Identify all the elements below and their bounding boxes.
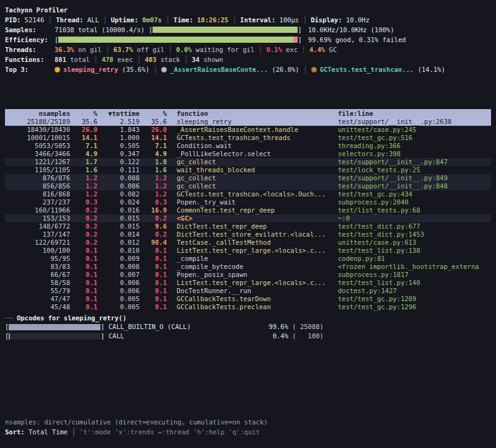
function-cell: DictTest.test_store_evilattr.<local...	[167, 231, 333, 239]
table-row[interactable]: 1221/12671.70.1221.8gc_collecttest/suppo…	[5, 158, 491, 166]
table-row[interactable]: 10001/1001514.11.00014.1GCTests.test_tra…	[5, 134, 491, 142]
nsamples-cell: 83/83	[5, 263, 70, 271]
function-cell: _compile	[167, 255, 333, 263]
top-function-name[interactable]: GCTests.test_trashcan...	[320, 66, 414, 73]
samples-bar	[153, 27, 298, 33]
header-file-line[interactable]: file:line	[333, 109, 491, 118]
nsamples-cell: 47/47	[5, 295, 70, 303]
header-pct-cumulative[interactable]: %	[140, 109, 167, 118]
header-function[interactable]: function	[167, 109, 333, 118]
opcode-bar	[9, 333, 100, 340]
stat-value: 10.0Hz	[346, 16, 370, 24]
opcode-pct: 0.4%	[257, 332, 288, 341]
opcode-bar-fill	[9, 333, 9, 340]
table-row[interactable]: 58/580.10.0060.1ListTest.test_repr_large…	[5, 279, 491, 287]
table-row[interactable]: 876/8761.20.0881.2gc_collecttest/support…	[5, 174, 491, 182]
table-row[interactable]: 816/8681.20.0821.2GCTests.test_trashcan.…	[5, 190, 491, 198]
table-row[interactable]: 153/1530.20.0150.2<GC>~:0	[5, 214, 491, 222]
tottime-cell: 0.006	[97, 287, 140, 295]
tottime-cell: 0.008	[97, 263, 140, 271]
tottime-cell: 0.088	[97, 174, 140, 182]
tottime-cell: 1.000	[97, 134, 140, 142]
samples-label: Samples:	[5, 25, 55, 35]
function-cell: ListTest.test_repr_large.<locals>.c...	[167, 247, 333, 255]
table-row[interactable]: 45/480.10.0050.1GCCallbackTests.preclean…	[5, 303, 491, 311]
pct-cumulative-cell: 0.2	[140, 231, 167, 239]
samples-rate-text: 10.0KHz/10.0KHz (100%)	[308, 26, 394, 33]
table-row[interactable]: 18430/1843026.01.84326.0_AssertRaisesBas…	[5, 126, 491, 134]
tottime-cell: 2.519	[97, 118, 140, 126]
pct-direct-cell: 1.7	[70, 158, 97, 166]
pct-cumulative-cell: 0.1	[140, 255, 167, 263]
function-cell: ListTest.test_repr_large.<locals>.c...	[167, 279, 333, 287]
table-row[interactable]: 100/1000.10.0100.1ListTest.test_repr_lar…	[5, 247, 491, 255]
header-nsamples[interactable]: nsamples	[5, 109, 70, 118]
opcode-name: CALL	[108, 332, 257, 341]
thread-state-name: waiting for gil	[192, 46, 254, 53]
tottime-cell: 0.012	[97, 239, 140, 247]
opcode-row: [] CALL_BUILTIN_O (CALL)99.6% ( 25088)	[5, 322, 491, 332]
table-row[interactable]: 66/670.10.0070.1Popen._posix_spawnsubpro…	[5, 271, 491, 279]
file-line-cell: threading.py:366	[333, 142, 491, 150]
function-cell: gc_collect	[167, 158, 333, 166]
function-count-name: stack	[156, 56, 180, 63]
thread-state-name: off gil	[133, 46, 164, 53]
threads-line: Threads:36.3% on gil │ 63.7% off gil │ 0…	[5, 45, 491, 55]
thread-state-pct: 0.1%	[266, 46, 281, 53]
stat-label: Uptime:	[111, 16, 143, 24]
pct-cumulative-cell: 0.3	[140, 198, 167, 206]
pct-direct-cell: 0.1	[70, 271, 97, 279]
pct-direct-cell: 0.1	[70, 255, 97, 263]
table-row[interactable]: 237/2370.30.0240.3Popen._try_waitsubproc…	[5, 198, 491, 206]
table-row[interactable]: 25188/2518935.62.51935.6sleeping_retryte…	[5, 118, 491, 126]
samples-line: Samples:71038 total (10000.4/s)[]10.0KHz…	[5, 25, 491, 35]
opcode-bar	[9, 324, 100, 330]
table-row[interactable]: 95/950.10.0090.1_compilecodeop.py:81	[5, 255, 491, 263]
file-line-cell: subprocess.py:1817	[333, 271, 491, 279]
top-function-name[interactable]: sleeping_retry	[63, 66, 118, 73]
nsamples-cell: 10001/10015	[5, 134, 70, 142]
file-line-cell: test/support/__init__.py:849	[333, 174, 491, 182]
pct-direct-cell: 0.2	[70, 222, 97, 231]
table-row[interactable]: 3466/34664.90.3474.9_PollLikeSelector.se…	[5, 150, 491, 158]
separator: │	[99, 16, 111, 24]
table-row[interactable]: 83/830.10.0080.1_compile_bytecode<frozen…	[5, 263, 491, 271]
table-row[interactable]: 5053/50537.10.5057.1Condition.waitthread…	[5, 142, 491, 150]
pct-direct-cell: 0.2	[70, 239, 97, 247]
nsamples-cell: 95/95	[5, 255, 70, 263]
nsamples-cell: 816/868	[5, 190, 70, 198]
opcode-rows: [] CALL_BUILTIN_O (CALL)99.6% ( 25088)[]…	[5, 322, 491, 341]
top-function-name[interactable]: _AssertRaisesBaseConte...	[170, 66, 268, 73]
file-line-cell: test/support/__init__.py:848	[333, 182, 491, 190]
table-row[interactable]: 47/470.10.0050.1GCCallbackTests.tearDown…	[5, 295, 491, 303]
opcodes-title-line: ── Opcodes for sleeping_retry()	[5, 314, 491, 322]
tottime-cell: 1.843	[97, 126, 140, 134]
tottime-cell: 0.082	[97, 190, 140, 198]
table-row[interactable]: 148/67720.20.0159.6DictTest.test_repr_de…	[5, 222, 491, 231]
header-pct-direct[interactable]: %	[70, 109, 97, 118]
table-row[interactable]: 856/8561.20.0861.2gc_collecttest/support…	[5, 182, 491, 190]
nsamples-cell: 237/237	[5, 198, 70, 206]
silver-medal-icon	[161, 67, 167, 72]
top-function-pct: (14.1%)	[414, 66, 445, 73]
table-row[interactable]: 160/119660.20.01616.9CommonTest.test_rep…	[5, 206, 491, 214]
stat-label: Display:	[311, 16, 346, 24]
header-tottime-sorted[interactable]: ▼tottime	[97, 109, 140, 118]
tottime-cell: 0.009	[97, 255, 140, 263]
function-cell: GCTests.test_trashcan.<locals>.Ouch...	[167, 190, 333, 198]
pct-direct-cell: 0.1	[70, 247, 97, 255]
pct-direct-cell: 0.2	[70, 206, 97, 214]
nsamples-cell: 45/48	[5, 303, 70, 311]
stat-value: ALL	[87, 16, 99, 24]
function-cell: <GC>	[167, 214, 333, 222]
table-row[interactable]: 1105/11051.60.1111.6wait_threads_blocked…	[5, 166, 491, 174]
separator: │	[299, 16, 311, 24]
table-row[interactable]: 137/1470.20.0140.2DictTest.test_store_ev…	[5, 231, 491, 239]
tottime-cell: 0.006	[97, 279, 140, 287]
pct-cumulative-cell: 1.2	[140, 174, 167, 182]
table-row[interactable]: 122/697210.20.01298.4TestCase._callTestM…	[5, 239, 491, 247]
file-line-cell: test/test_gc.py:1289	[333, 295, 491, 303]
efficiency-bar-fail-fill	[293, 37, 298, 43]
nsamples-cell: 1105/1105	[5, 166, 70, 174]
table-row[interactable]: 55/790.10.0060.1DocTestRunner.__rundocte…	[5, 287, 491, 295]
